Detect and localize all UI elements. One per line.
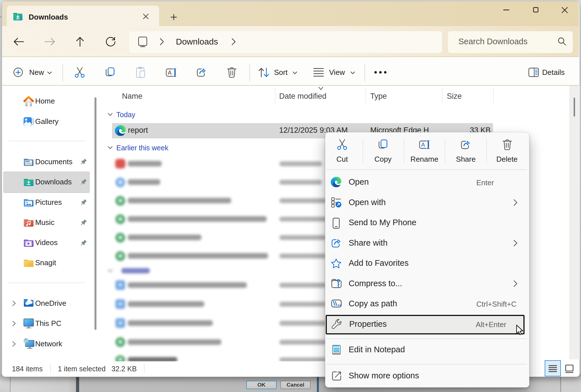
svg-text:A: A bbox=[421, 142, 425, 148]
svg-text:A: A bbox=[168, 69, 172, 76]
